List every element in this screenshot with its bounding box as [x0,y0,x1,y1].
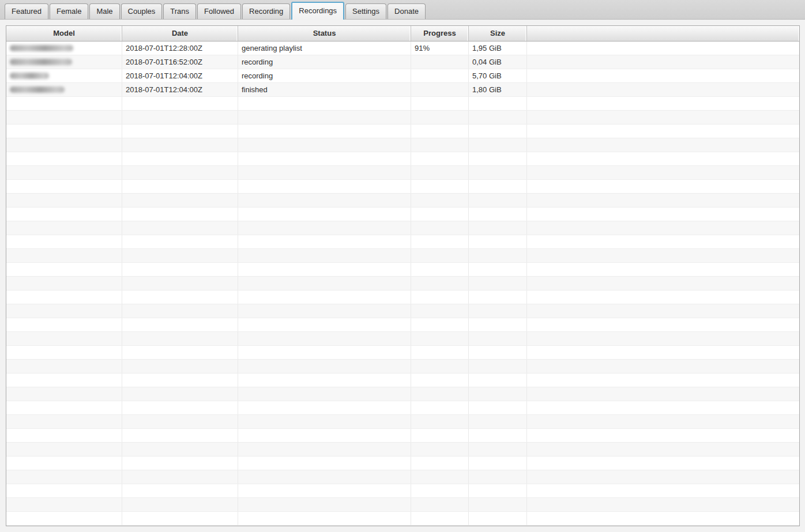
empty-row [6,166,799,180]
empty-cell [238,152,411,165]
tab-featured[interactable]: Featured [5,3,48,19]
empty-cell [238,401,411,414]
empty-cell [6,401,122,414]
empty-cell [411,373,469,387]
size-cell: 0,04 GiB [469,55,527,69]
empty-cell [469,152,527,165]
empty-cell [6,387,122,401]
empty-cell [411,360,469,373]
empty-cell [527,166,799,179]
empty-cell [122,249,238,262]
empty-cell [469,263,527,276]
empty-cell [122,360,238,373]
empty-cell [469,401,527,414]
table-row[interactable]: 2018-07-01T12:04:00Z finished 1,80 GiB [6,83,799,97]
empty-cell [469,111,527,124]
empty-cell [411,512,469,525]
empty-row [6,304,799,318]
column-header-progress[interactable]: Progress [411,26,469,41]
tab-donate[interactable]: Donate [388,3,426,19]
empty-cell [527,194,799,207]
empty-cell [527,373,799,387]
redacted-model-name [10,86,65,93]
empty-row [6,111,799,124]
empty-row [6,249,799,263]
empty-cell [411,429,469,442]
empty-cell [411,263,469,276]
empty-cell [527,152,799,165]
table-header-row: Model Date Status Progress Size [6,26,799,41]
table-row[interactable]: 2018-07-01T12:04:00Z recording 5,70 GiB [6,69,799,83]
column-header-model[interactable]: Model [6,26,122,41]
empty-row [6,207,799,221]
empty-cell [411,443,469,456]
empty-cell [527,346,799,359]
empty-row [6,512,799,526]
empty-cell [411,138,469,152]
empty-cell [6,249,122,262]
empty-cell [527,443,799,456]
tab-male[interactable]: Male [89,3,119,19]
tab-trans[interactable]: Trans [163,3,196,19]
empty-cell [122,290,238,304]
empty-row [6,97,799,111]
empty-cell [238,360,411,373]
empty-cell [6,180,122,193]
empty-cell [238,443,411,456]
status-cell: generating playlist [238,41,411,55]
empty-cell [469,290,527,304]
empty-cell [469,277,527,290]
column-header-date[interactable]: Date [122,26,238,41]
empty-cell [469,180,527,193]
empty-cell [527,456,799,470]
empty-cell [469,318,527,331]
empty-cell [411,124,469,138]
empty-cell [238,166,411,179]
size-cell: 1,95 GiB [469,41,527,55]
empty-cell [122,484,238,497]
table-row[interactable]: 2018-07-01T12:28:00Z generating playlist… [6,41,799,55]
empty-row [6,277,799,290]
empty-cell [411,97,469,110]
empty-cell [238,415,411,428]
tab-recordings[interactable]: Recordings [291,2,344,20]
empty-cell [122,456,238,470]
empty-cell [469,332,527,345]
empty-cell [469,207,527,221]
model-cell [6,41,122,55]
recordings-panel: Model Date Status Progress Size 2018-07-… [0,20,805,532]
model-cell [6,83,122,96]
date-cell: 2018-07-01T12:04:00Z [122,83,238,96]
empty-cell [411,235,469,248]
empty-cell [527,484,799,497]
date-cell: 2018-07-01T16:52:00Z [122,55,238,69]
empty-cell [527,360,799,373]
empty-cell [411,166,469,179]
status-cell: finished [238,83,411,96]
tab-followed[interactable]: Followed [197,3,241,19]
tab-couples[interactable]: Couples [121,3,163,19]
empty-cell [527,207,799,221]
empty-cell [238,277,411,290]
tab-recording[interactable]: Recording [242,3,290,19]
empty-cell [6,221,122,235]
empty-cell [238,235,411,248]
empty-cell [122,498,238,511]
column-header-status[interactable]: Status [238,26,411,41]
tab-female[interactable]: Female [50,3,88,19]
empty-cell [122,166,238,179]
empty-cell [122,124,238,138]
column-header-size[interactable]: Size [469,26,527,41]
size-cell: 5,70 GiB [469,69,527,82]
empty-cell [238,263,411,276]
empty-row [6,152,799,166]
table-row[interactable]: 2018-07-01T16:52:00Z recording 0,04 GiB [6,55,799,69]
empty-cell [527,512,799,525]
empty-cell [6,332,122,345]
empty-cell [6,166,122,179]
empty-cell [469,346,527,359]
empty-cell [238,498,411,511]
empty-cell [6,484,122,497]
empty-cell [122,332,238,345]
tab-settings[interactable]: Settings [345,3,386,19]
